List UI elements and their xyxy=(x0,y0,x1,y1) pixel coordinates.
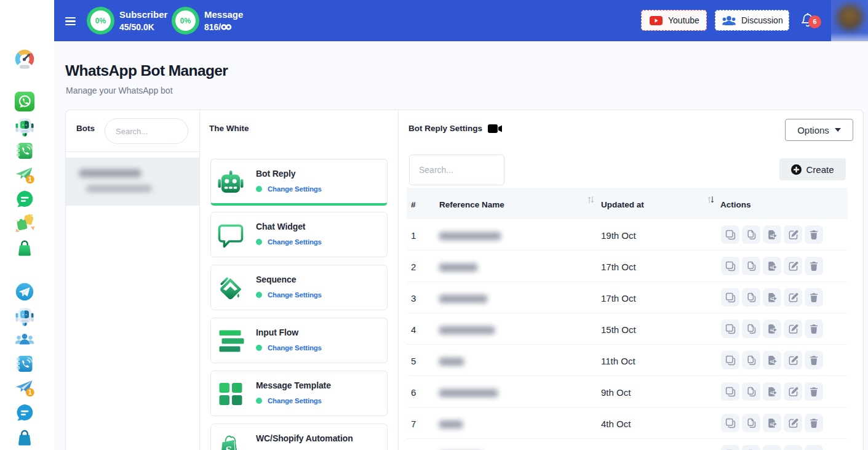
svg-text:1: 1 xyxy=(28,389,32,396)
svg-text:S: S xyxy=(225,444,233,450)
svg-text:1: 1 xyxy=(28,176,32,183)
